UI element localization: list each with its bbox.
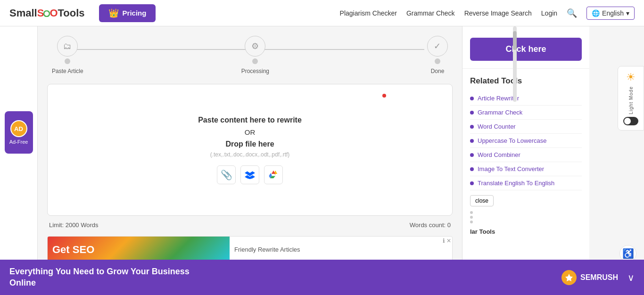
- step-label-done: Done: [431, 68, 445, 74]
- ad-text-content: Friendly Rewrite Articles: [234, 246, 300, 253]
- ad-free-box[interactable]: AD Ad-Free: [5, 111, 33, 154]
- tool-label-uppercase: Uppercase To Lowercase: [478, 137, 546, 144]
- logo: SmallSOTools: [9, 7, 85, 19]
- tool-label-word-combiner: Word Combiner: [478, 151, 520, 158]
- page-layout: AD Ad-Free 🗂 Paste Article ⚙ Processing …: [0, 26, 644, 295]
- right-top: Click here: [462, 26, 589, 69]
- tool-dot: [470, 181, 474, 185]
- click-here-button[interactable]: Click here: [470, 38, 582, 61]
- semrush-logo-text: SEMRUSH: [580, 273, 618, 282]
- tool-item-uppercase[interactable]: Uppercase To Lowercase: [470, 134, 582, 148]
- step-dot-done: [435, 58, 440, 64]
- tool-item-word-combiner[interactable]: Word Combiner: [470, 148, 582, 162]
- chevron-down-icon: ▾: [626, 9, 629, 17]
- ad-banner: ℹ ✕ Get SEO Friendly Rewrite Articles: [47, 236, 453, 263]
- tool-label-word-counter: Word Counter: [478, 123, 516, 130]
- logo-prefix: Small: [9, 7, 37, 19]
- right-panel: Click here Related Tools Article Rewrite…: [462, 26, 589, 295]
- nav-grammar[interactable]: Grammar Check: [406, 9, 455, 17]
- pricing-button[interactable]: 👑 Pricing: [99, 4, 156, 22]
- related-tools-title: Related Tools: [470, 76, 582, 86]
- semrush-line2: Online: [9, 278, 561, 288]
- drop-formats: (.tex,.txt,.doc,.docx,.odt,.pdf,.rtf): [210, 151, 290, 158]
- step-label-paste: Paste Article: [52, 68, 83, 74]
- tool-item-grammar-check[interactable]: Grammar Check: [470, 106, 582, 120]
- nav-plagiarism[interactable]: Plagiarism Checker: [340, 9, 397, 17]
- nav-login[interactable]: Login: [541, 9, 557, 17]
- globe-icon: 🌐: [592, 9, 600, 17]
- word-count: Words count: 0: [410, 221, 451, 229]
- tool-item-image-to-text[interactable]: Image To Text Converter: [470, 162, 582, 176]
- tool-label-grammar-check: Grammar Check: [478, 109, 522, 116]
- logo-suffix: Tools: [58, 7, 85, 19]
- drop-main-text: Paste content here to rewrite: [198, 116, 302, 124]
- semrush-collapse-button[interactable]: ∨: [627, 272, 635, 283]
- more-dot-3: [470, 221, 473, 223]
- semrush-logo-icon: [561, 270, 577, 285]
- processing-icon: ⚙: [245, 36, 265, 57]
- sun-icon: ☀: [626, 71, 636, 83]
- tool-dot: [470, 125, 474, 129]
- logo-seo: S: [37, 7, 44, 19]
- semrush-banner: Everything You Need to Grow Your Busines…: [0, 260, 644, 295]
- header-nav: Plagiarism Checker Grammar Check Reverse…: [340, 7, 635, 20]
- drop-or-text: OR: [245, 128, 256, 136]
- attach-file-button[interactable]: 📎: [217, 165, 236, 184]
- header: SmallSOTools 👑 Pricing Plagiarism Checke…: [0, 0, 644, 26]
- more-dot-2: [470, 216, 473, 219]
- light-mode-toggle[interactable]: [623, 117, 638, 125]
- logo-seo2: O: [50, 7, 58, 19]
- semrush-text: Everything You Need to Grow Your Busines…: [9, 266, 561, 288]
- language-button[interactable]: 🌐 English ▾: [586, 7, 635, 20]
- tool-label-image-to-text: Image To Text Converter: [478, 165, 544, 172]
- step-dot-processing: [252, 58, 258, 64]
- dropbox-button[interactable]: [240, 165, 259, 184]
- word-limit: Limit: 2000 Words: [49, 221, 99, 229]
- popular-tools-label: lar Tools: [470, 228, 582, 235]
- tool-item-translate[interactable]: Translate English To English: [470, 176, 582, 190]
- step-paste: 🗂 Paste Article: [52, 36, 83, 74]
- drop-icons: 📎: [217, 165, 283, 184]
- done-icon: ✓: [427, 36, 448, 57]
- ad-label: AD: [14, 125, 23, 132]
- scrollbar-thumb[interactable]: [513, 31, 517, 50]
- ad-close-icon[interactable]: ℹ ✕: [443, 238, 451, 244]
- search-button[interactable]: 🔍: [567, 8, 577, 18]
- step-label-processing: Processing: [241, 68, 269, 74]
- language-label: English: [602, 9, 624, 17]
- word-count-bar: Limit: 2000 Words Words count: 0: [47, 218, 453, 232]
- tool-label-translate: Translate English To English: [478, 180, 554, 187]
- tool-dot: [470, 153, 474, 157]
- close-button[interactable]: close: [470, 195, 494, 206]
- steps-bar: 🗂 Paste Article ⚙ Processing ✓ Done: [47, 36, 453, 74]
- google-drive-button[interactable]: [264, 165, 283, 184]
- main-content: 🗂 Paste Article ⚙ Processing ✓ Done Past…: [38, 26, 462, 295]
- step-done: ✓ Done: [427, 36, 448, 74]
- ad-inner-text: Get SEO: [52, 244, 94, 256]
- light-mode-label: Light Mode: [628, 86, 634, 114]
- step-processing: ⚙ Processing: [241, 36, 269, 74]
- semrush-line1: Everything You Need to Grow Your Busines…: [9, 266, 561, 277]
- related-tools: Related Tools Article Rewriter Grammar C…: [462, 69, 589, 243]
- tool-dot: [470, 139, 474, 143]
- more-dot-1: [470, 211, 473, 214]
- tool-item-article-rewriter[interactable]: Article Rewriter: [470, 91, 582, 106]
- svg-point-0: [44, 11, 50, 16]
- tool-item-word-counter[interactable]: Word Counter: [470, 120, 582, 134]
- pricing-label: Pricing: [123, 9, 147, 17]
- nav-reverse-image[interactable]: Reverse Image Search: [464, 9, 532, 17]
- light-mode-panel: ☀ Light Mode: [618, 66, 644, 131]
- left-sidebar: AD Ad-Free: [0, 26, 38, 295]
- semrush-logo: SEMRUSH: [561, 270, 618, 285]
- step-dot-paste: [65, 58, 70, 64]
- tool-dot: [470, 167, 474, 171]
- drop-area[interactable]: Paste content here to rewrite OR Drop fi…: [47, 84, 453, 216]
- red-dot: [382, 94, 386, 98]
- tool-dot: [470, 97, 474, 100]
- crown-icon: 👑: [108, 8, 119, 18]
- scrollbar[interactable]: [513, 26, 517, 102]
- ad-free-label: Ad-Free: [9, 139, 28, 145]
- ad-banner-text: Friendly Rewrite Articles: [230, 241, 452, 258]
- paste-icon: 🗂: [57, 36, 78, 57]
- toggle-knob: [624, 118, 631, 124]
